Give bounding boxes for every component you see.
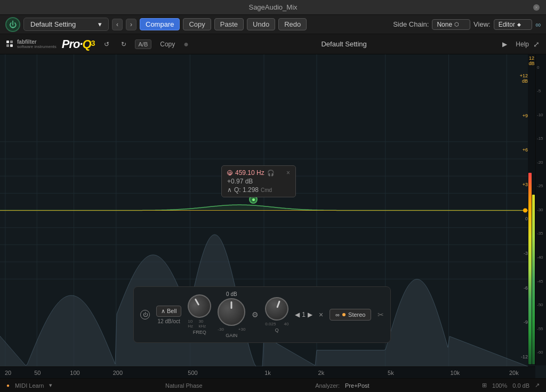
band-nav-right-button[interactable]: ▶ [308,311,312,318]
undo-button[interactable]: Undo [247,18,275,30]
eq-db-labels: +12 dB +9 +6 +3 0 -3 -6 -9 -12 [513,54,528,378]
pro-text: Pro· [62,37,83,51]
chevron-down-icon: ▾ [98,20,102,28]
gain-db-label: 0 dB [226,291,237,297]
preset-dropdown[interactable]: Default Setting ▾ [23,18,109,31]
power-button[interactable]: ⏻ [5,17,20,32]
eq-popup-freq-value: 459.10 Hz [235,169,264,177]
eq-popup-gain: +0.97 dB [227,178,290,185]
eq-popup-power-icon[interactable]: ⏻ [227,170,232,175]
band-number: 1 [302,311,306,318]
undo-plugin-button[interactable]: ↺ [101,39,113,49]
db-label-12: +12 dB [513,73,528,84]
db-label-neg9: -9 [513,319,528,325]
bell-icon: ∧ [161,308,165,315]
plugin-header: fabfilter software instruments Pro· Q 3 … [0,34,546,54]
scissors-icon[interactable]: ✂ [378,310,384,319]
eq-popup-q-row: ∧ Q: 1.298 Cmd [227,186,290,194]
freq-label-500: 500 [188,370,197,376]
freq-label-20: 20 [5,370,11,376]
q-text: Q [83,37,91,51]
freq-range-high: 30 kHz [198,319,211,329]
status-bar: ● MIDI Learn ▾ Natural Phase Analyzer: P… [0,378,546,392]
freq-label-20k: 20k [509,370,519,376]
logo-dot [6,41,9,43]
neg-db-labels: 0 -5 -10 -15 -20 -25 -30 -35 -40 -45 -50… [535,54,546,365]
neg-db-50: -50 [537,302,546,307]
logo-dot [10,41,13,43]
freq-knob[interactable] [183,290,215,322]
view-dropdown[interactable]: Editor ◆ [494,19,532,30]
meter-bar-left [528,173,532,364]
help-button[interactable]: Help [516,41,529,48]
db-label-neg12: -12 [513,354,528,359]
db-label-neg6: -6 [513,285,528,291]
slope-label: 12 dB/oct [158,318,180,324]
eq-popup-cmd: Cmd [261,187,272,193]
meter-bar-right [532,195,535,364]
copy-button[interactable]: Copy [183,18,211,30]
analyzer-value[interactable]: Pre+Post [345,382,370,389]
freq-label-10k: 10k [451,370,460,376]
stereo-button[interactable]: ∞ Stereo [330,309,371,321]
q-knob[interactable] [262,293,292,323]
dot-separator: ● [183,39,189,49]
plugin-header-right: Help ⤢ [516,40,540,49]
logo-text-ff: fabfilter [17,39,57,45]
expand-button[interactable]: ⤢ [533,40,540,49]
db-label-3: +3 [513,182,528,187]
compare-button[interactable]: Compare [140,18,180,30]
settings-icon[interactable]: ⚙ [252,310,259,319]
band-type-button[interactable]: ∧ Bell [156,306,181,317]
band-power-button[interactable]: ⏻ [140,310,150,319]
link-stereo-icon: ∞ [335,311,340,318]
eq-band-popup: ⏻ 459.10 Hz 🎧 × +0.97 dB ∧ Q: 1.298 Cmd [221,165,296,197]
db-label-9: +9 [513,113,528,118]
q-knob-group: 0.025 40 Q [265,297,288,333]
redo-button[interactable]: Redo [278,18,307,30]
close-button[interactable]: × [533,4,540,11]
eq-popup-header: ⏻ 459.10 Hz 🎧 × [227,169,290,177]
q-range-low: 0.025 [265,322,276,326]
freq-label-100: 100 [70,370,79,376]
freq-label-200: 200 [113,370,123,376]
eq-popup-close-icon[interactable]: × [286,169,290,177]
neg-db-60: -60 [537,350,546,355]
fabfilter-logo: fabfilter software instruments Pro· Q 3 [6,37,95,51]
phase-label: Natural Phase [165,382,203,389]
nav-forward-button[interactable]: › [126,19,136,30]
neg-db-55: -55 [537,326,546,331]
q-knob-label: Q [275,327,279,333]
neg-db-45: -45 [537,279,546,284]
q-range-high: 40 [284,322,288,326]
band-nav-left-button[interactable]: ◀ [295,311,300,318]
copy-plugin-button[interactable]: Copy [157,39,178,49]
tile-icon[interactable]: ⊞ [482,382,487,389]
freq-knob-label: FREQ [193,330,206,335]
band-close-icon[interactable]: × [319,310,323,319]
paste-button[interactable]: Paste [214,18,244,30]
neg-db-25: -25 [537,183,546,188]
eq-popup-q-value: Q: 1.298 [234,186,259,194]
neg-db-15: -15 [537,136,546,141]
neg-db-30: -30 [537,207,546,212]
gain-range-high: +30 [238,327,246,332]
title-bar: SageAudio_Mix × [0,0,546,15]
analyzer-label: Analyzer: [315,382,340,389]
meter-top-label: 12 dB [528,55,535,66]
midi-arrow-icon[interactable]: ▾ [49,382,52,389]
redo-plugin-button[interactable]: ↻ [118,39,130,49]
side-chain-row: Side Chain: None ⬡ [393,19,470,30]
plugin-nav-right-button[interactable]: ▶ [499,39,510,49]
nav-back-button[interactable]: ‹ [112,19,123,30]
side-chain-dropdown[interactable]: None ⬡ [432,19,470,30]
gain-knob[interactable] [218,298,245,326]
link-icon[interactable]: ∞ [535,20,541,29]
freq-range-low: 10 Hz [188,319,198,329]
main-content: fabfilter software instruments Pro· Q 3 … [0,34,546,392]
ab-button[interactable]: A/B [135,39,152,49]
midi-learn-label[interactable]: MIDI Learn [15,382,44,389]
neg-db-10: -10 [537,113,546,117]
gain-knob-label: GAIN [226,333,237,338]
logo-dot [10,44,13,47]
